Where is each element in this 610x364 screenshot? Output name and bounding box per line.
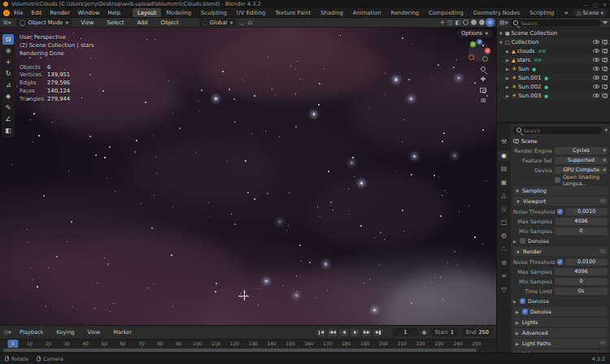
disable-render-icon[interactable] xyxy=(602,49,608,53)
tab-uv-editing[interactable]: UV Editing xyxy=(232,8,270,17)
hide-viewport-icon[interactable] xyxy=(593,58,599,62)
tool-scale-button[interactable]: ⊿ xyxy=(2,80,14,90)
disable-render-icon[interactable] xyxy=(602,67,608,71)
transform-orientation-selector[interactable]: ◌ Global ▼ xyxy=(199,19,237,26)
pan-hand-icon[interactable]: ✚ xyxy=(481,76,486,83)
property-dropdown[interactable]: GPU Compute▼ xyxy=(555,167,608,174)
frame-end-field[interactable]: End 250 xyxy=(462,328,493,336)
properties-tab-render[interactable]: ◉ xyxy=(498,150,510,161)
disable-render-icon[interactable] xyxy=(602,76,608,80)
caret-icon[interactable]: ▶ xyxy=(506,84,510,89)
viewport-menu-view[interactable]: View xyxy=(76,19,98,27)
timeline-menu-keying[interactable]: Keying xyxy=(52,328,78,336)
property-number-field[interactable]: 4096 xyxy=(555,268,608,275)
viewport-menu-select[interactable]: Select xyxy=(102,19,128,27)
proportional-edit-icon[interactable]: ⊙ xyxy=(247,20,252,26)
outliner-row-scene-collection[interactable]: ▼▦Scene Collection xyxy=(497,28,610,37)
tab-modeling[interactable]: Modeling xyxy=(161,8,196,17)
close-button[interactable]: ✕ xyxy=(603,2,607,7)
disable-render-icon[interactable] xyxy=(602,58,608,62)
menu-window[interactable]: Window xyxy=(74,9,104,17)
axis-x-icon[interactable]: X xyxy=(485,48,490,54)
property-dropdown[interactable]: Cycles▼ xyxy=(555,147,608,154)
xray-toggle-icon[interactable]: ◧ xyxy=(455,20,460,26)
overlays-toggle-icon[interactable]: ◫ xyxy=(447,20,453,26)
play-reverse-button[interactable] xyxy=(339,329,348,336)
sampling-panel-header[interactable]: ▼ Sampling xyxy=(513,186,608,195)
caret-down-icon[interactable]: ▼ xyxy=(499,31,503,36)
caret-icon[interactable]: ▼ xyxy=(499,40,503,45)
tool-transform-button[interactable]: ◈ xyxy=(2,91,14,102)
shading-material-button[interactable] xyxy=(479,20,485,25)
mode-selector[interactable]: ◯ Object Mode ▼ xyxy=(16,19,72,26)
properties-tab-tool[interactable]: ⚒ xyxy=(498,136,510,147)
properties-tab-particles[interactable]: ∴ xyxy=(498,244,510,254)
properties-tab-output[interactable]: ▤ xyxy=(498,163,510,174)
caret-icon[interactable]: ▶ xyxy=(506,67,510,72)
caret-right-icon[interactable]: ▶ xyxy=(513,239,517,244)
hide-viewport-icon[interactable] xyxy=(593,84,599,89)
options-dropdown[interactable]: Options ▼ xyxy=(456,29,493,37)
caret-right-icon[interactable]: ▶ xyxy=(513,299,517,304)
property-dropdown[interactable]: Supported▼ xyxy=(555,157,608,164)
caret-icon[interactable]: ▶ xyxy=(506,93,510,98)
disable-render-icon[interactable] xyxy=(602,93,608,98)
axis-y-icon[interactable]: Y xyxy=(470,41,476,47)
blender-menu-icon[interactable] xyxy=(3,10,10,16)
viewport-denoise-row[interactable]: ▶Denoise xyxy=(513,236,608,245)
properties-tab-modifiers[interactable]: ⚙ xyxy=(498,231,510,241)
tab-rendering[interactable]: Rendering xyxy=(386,8,424,17)
property-number-field[interactable]: 0s xyxy=(555,288,608,295)
outliner-display-mode-icon[interactable]: ▤▼ xyxy=(499,20,508,26)
play-button[interactable] xyxy=(351,329,359,336)
hide-viewport-icon[interactable] xyxy=(593,93,599,98)
hide-viewport-icon[interactable] xyxy=(593,67,599,71)
properties-tab-object[interactable]: □ xyxy=(498,217,510,228)
timeline-ruler[interactable]: 1 11020304050607080901001101201301401501… xyxy=(0,339,496,348)
section-light-paths[interactable]: ▶Light Paths⠿⠿ xyxy=(513,339,608,348)
scrollbar-thumb[interactable] xyxy=(3,349,477,352)
axis-z-icon[interactable]: Z xyxy=(477,39,482,45)
timeline-menu-playback[interactable]: Playback xyxy=(15,328,47,336)
render-denoise-checkbox[interactable] xyxy=(520,298,525,304)
tab-geometry-nodes[interactable]: Geometry Nodes xyxy=(468,8,525,17)
outliner-search[interactable] xyxy=(510,20,600,27)
viewport-panel-header[interactable]: ▼Viewport⠿⠿ xyxy=(513,197,608,206)
tab-animation[interactable]: Animation xyxy=(348,8,386,17)
filter-icon[interactable] xyxy=(603,21,608,24)
properties-tab-constraints[interactable]: ≡ xyxy=(498,271,510,281)
disable-render-icon[interactable] xyxy=(602,84,608,89)
outliner-row-sun-001[interactable]: ▶☀Sun.001● xyxy=(497,73,610,82)
timeline-menu-view[interactable]: View xyxy=(84,328,105,336)
hide-viewport-icon[interactable] xyxy=(593,40,599,44)
shading-solid-button[interactable] xyxy=(471,20,477,25)
tool-rotate-button[interactable]: ↻ xyxy=(2,68,14,79)
camera-view-icon[interactable] xyxy=(480,88,486,93)
axis-y-neg-icon[interactable] xyxy=(482,56,488,62)
jump-to-end-button[interactable] xyxy=(373,329,382,336)
outliner-row-sun[interactable]: ▶☀Sun● xyxy=(497,64,610,73)
scene-selector[interactable]: ◬ Scene ▼ xyxy=(573,9,607,17)
property-number-field[interactable]: 0.0100 xyxy=(565,258,608,266)
add-workspace-button[interactable]: + xyxy=(559,8,573,17)
property-number-field[interactable]: 0 xyxy=(555,278,608,285)
outliner-row-stars[interactable]: ▶▲stars⚙⚙ xyxy=(497,55,610,64)
hide-viewport-icon[interactable] xyxy=(593,49,599,53)
prev-keyframe-button[interactable] xyxy=(328,329,337,336)
outliner-row-clouds[interactable]: ▶▲clouds⚙⚙ xyxy=(497,46,610,55)
section-denoise[interactable]: ▶Denoise xyxy=(513,307,608,316)
frame-start-field[interactable]: Start 1 xyxy=(431,328,458,336)
viewport-menu-add[interactable]: Add xyxy=(133,19,151,27)
ortho-grid-icon[interactable]: ⊞ xyxy=(481,98,486,104)
property-number-field[interactable]: 0 xyxy=(555,228,608,235)
tool-select-box-button[interactable]: ⊡ xyxy=(2,34,14,45)
caret-icon[interactable]: ▶ xyxy=(506,58,510,63)
tab-shading[interactable]: Shading xyxy=(316,8,348,17)
tool-measure-button[interactable]: ∠ xyxy=(2,114,14,124)
noise-threshold-checkbox[interactable] xyxy=(557,209,563,214)
hide-viewport-icon[interactable] xyxy=(593,76,599,80)
properties-tab-world[interactable]: ☉ xyxy=(498,204,510,214)
editor-type-selector[interactable]: ⊞▼ xyxy=(3,20,11,26)
denoise-checkbox[interactable] xyxy=(522,309,528,314)
timeline-editor-type-icon[interactable]: ◷▼ xyxy=(3,329,11,336)
